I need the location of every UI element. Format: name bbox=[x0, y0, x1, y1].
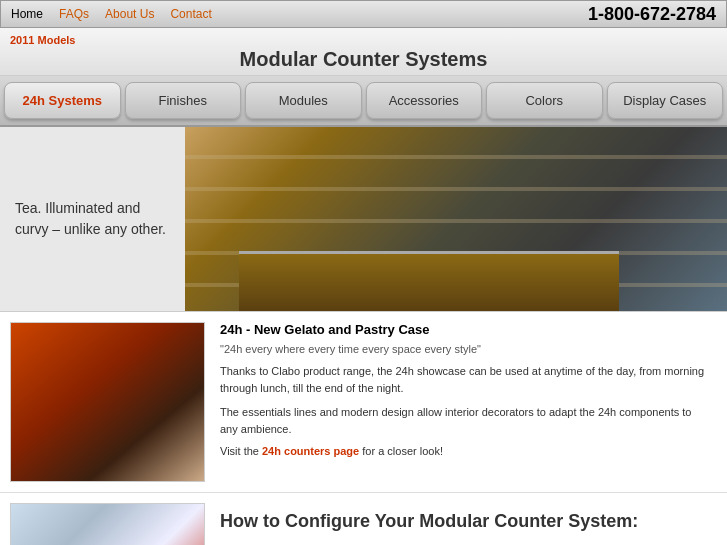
link-prefix: Visit the bbox=[220, 445, 262, 457]
product-image bbox=[10, 322, 205, 482]
nav-faqs[interactable]: FAQs bbox=[59, 7, 89, 21]
hero-text: Tea. Illuminated and curvy – unlike any … bbox=[0, 127, 185, 311]
second-content: How to Configure Your Modular Counter Sy… bbox=[0, 493, 727, 545]
phone-number: 1-800-672-2784 bbox=[588, 4, 716, 25]
tab-finishes[interactable]: Finishes bbox=[125, 82, 242, 119]
nav-contact[interactable]: Contact bbox=[170, 7, 211, 21]
content-text-block: 24h - New Gelato and Pastry Case "24h ev… bbox=[215, 322, 717, 482]
site-title: Modular Counter Systems bbox=[10, 48, 717, 71]
nav-about[interactable]: About Us bbox=[105, 7, 154, 21]
nav-links: Home FAQs About Us Contact bbox=[11, 7, 588, 21]
tab-accessories[interactable]: Accessories bbox=[366, 82, 483, 119]
content-body1: Thanks to Clabo product range, the 24h s… bbox=[220, 363, 712, 396]
top-nav-bar: Home FAQs About Us Contact 1-800-672-278… bbox=[0, 0, 727, 28]
content-link-line: Visit the 24h counters page for a closer… bbox=[220, 445, 712, 457]
second-content-text: How to Configure Your Modular Counter Sy… bbox=[215, 503, 717, 545]
nav-tabs-bar: 24h Systems Finishes Modules Accessories… bbox=[0, 76, 727, 127]
tab-display-cases[interactable]: Display Cases bbox=[607, 82, 724, 119]
main-content: 24h - New Gelato and Pastry Case "24h ev… bbox=[0, 312, 727, 493]
link-suffix: for a closer look! bbox=[359, 445, 443, 457]
section-heading: How to Configure Your Modular Counter Sy… bbox=[220, 511, 712, 532]
second-product-image bbox=[10, 503, 205, 545]
tab-modules[interactable]: Modules bbox=[245, 82, 362, 119]
content-title: 24h - New Gelato and Pastry Case bbox=[220, 322, 712, 337]
content-body2: The essentials lines and modern design a… bbox=[220, 404, 712, 437]
tab-colors[interactable]: Colors bbox=[486, 82, 603, 119]
nav-home[interactable]: Home bbox=[11, 7, 43, 21]
hero-image bbox=[185, 127, 727, 311]
site-header: 2011 Models Modular Counter Systems bbox=[0, 28, 727, 76]
hero-section: Tea. Illuminated and curvy – unlike any … bbox=[0, 127, 727, 312]
content-quote: "24h every where every time every space … bbox=[220, 343, 712, 355]
year-label: 2011 Models bbox=[10, 34, 717, 46]
counters-page-link[interactable]: 24h counters page bbox=[262, 445, 359, 457]
tab-24h-systems[interactable]: 24h Systems bbox=[4, 82, 121, 119]
